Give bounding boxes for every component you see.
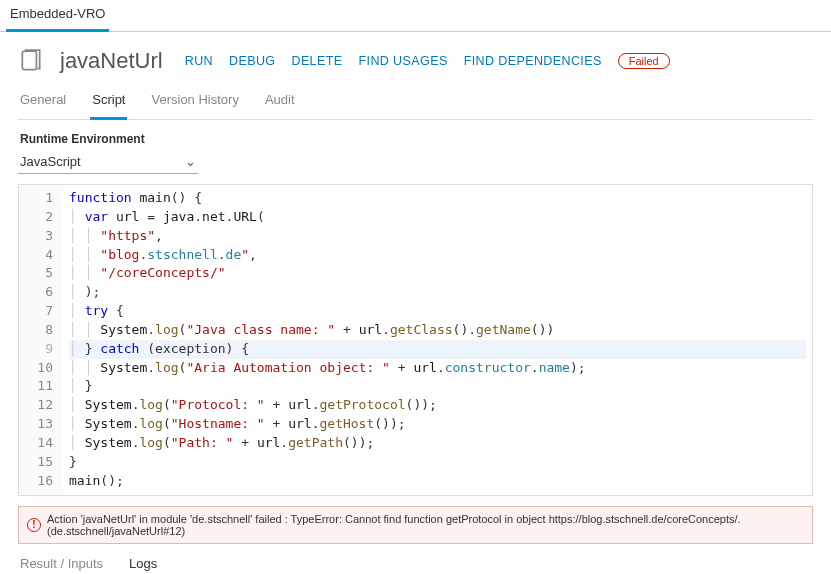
code-line[interactable]: │ │ System.log("Java class name: " + url… [69, 321, 806, 340]
run-button[interactable]: RUN [185, 54, 213, 68]
tab-audit[interactable]: Audit [263, 88, 297, 120]
find-usages-button[interactable]: FIND USAGES [358, 54, 447, 68]
page-title: javaNetUrl [60, 48, 163, 74]
code-editor[interactable]: 12345678910111213141516 function main() … [18, 184, 813, 496]
action-icon [18, 48, 44, 74]
top-tab-embedded-vro[interactable]: Embedded-VRO [6, 0, 109, 32]
find-dependencies-button[interactable]: FIND DEPENDENCIES [464, 54, 602, 68]
error-text: Action 'javaNetUrl' in module 'de.stschn… [47, 513, 804, 537]
svg-rect-0 [22, 51, 36, 69]
code-line[interactable]: } [69, 453, 806, 472]
runtime-label: Runtime Environment [18, 132, 813, 150]
tab-script[interactable]: Script [90, 88, 127, 120]
code-line[interactable]: main(); [69, 472, 806, 491]
status-badge: Failed [618, 53, 670, 69]
code-line[interactable]: │ System.log("Path: " + url.getPath()); [69, 434, 806, 453]
code-line[interactable]: function main() { [69, 189, 806, 208]
error-banner: ! Action 'javaNetUrl' in module 'de.stsc… [18, 506, 813, 544]
tab-result-inputs[interactable]: Result / Inputs [20, 556, 103, 575]
tab-logs[interactable]: Logs [129, 556, 157, 575]
code-line[interactable]: │ │ "https", [69, 227, 806, 246]
code-line[interactable]: │ var url = java.net.URL( [69, 208, 806, 227]
code-line[interactable]: │ │ "blog.stschnell.de", [69, 246, 806, 265]
code-line[interactable]: │ System.log("Hostname: " + url.getHost(… [69, 415, 806, 434]
tab-version-history[interactable]: Version History [149, 88, 240, 120]
code-line[interactable]: │ │ System.log("Aria Automation object: … [69, 359, 806, 378]
code-line[interactable]: │ } [69, 377, 806, 396]
code-line[interactable]: │ try { [69, 302, 806, 321]
code-line[interactable]: │ System.log("Protocol: " + url.getProto… [69, 396, 806, 415]
code-line[interactable]: │ │ "/coreConcepts/" [69, 264, 806, 283]
runtime-select[interactable]: JavaScript ⌄ [18, 150, 198, 174]
runtime-value: JavaScript [20, 154, 81, 169]
error-icon: ! [27, 518, 41, 532]
code-line[interactable]: │ ); [69, 283, 806, 302]
tab-general[interactable]: General [18, 88, 68, 120]
code-line[interactable]: │ } catch (exception) { [69, 340, 806, 359]
chevron-down-icon: ⌄ [185, 154, 196, 169]
delete-button[interactable]: DELETE [291, 54, 342, 68]
debug-button[interactable]: DEBUG [229, 54, 275, 68]
